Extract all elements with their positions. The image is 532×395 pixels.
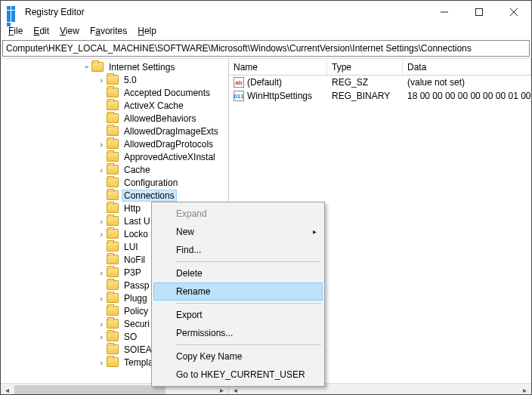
ctx-copy-key-name[interactable]: Copy Key Name (153, 347, 323, 366)
maximize-button[interactable] (462, 1, 496, 23)
tree-item-alloweddragimageexts[interactable]: AllowedDragImageExts (1, 125, 228, 137)
folder-icon (107, 332, 119, 341)
value-type: REG_SZ (327, 77, 403, 88)
ctx-delete[interactable]: Delete (153, 264, 323, 282)
tree-item-label: SO (122, 331, 139, 343)
folder-icon (107, 177, 119, 187)
scroll-right-icon[interactable]: ▸ (518, 384, 531, 396)
column-header-name[interactable]: Name (229, 59, 327, 75)
close-button[interactable] (496, 1, 531, 23)
tree-item-cache[interactable]: Cache (1, 163, 228, 176)
tree-item-allowedbehaviors[interactable]: AllowedBehaviors (1, 112, 228, 125)
scroll-left-icon[interactable]: ◂ (1, 384, 14, 396)
folder-icon (107, 306, 119, 316)
tree-item-label: Connections (122, 190, 177, 202)
folder-icon (107, 216, 119, 226)
expander-icon[interactable] (96, 230, 107, 239)
tree-item-alloweddragprotocols[interactable]: AllowedDragProtocols (1, 137, 228, 150)
expander-icon[interactable] (96, 165, 107, 174)
expander-icon[interactable] (81, 62, 91, 72)
tree-item-internet-settings[interactable]: Internet Settings (1, 60, 228, 73)
folder-icon (107, 113, 119, 123)
menu-help[interactable]: Help (133, 24, 161, 38)
menu-view[interactable]: View (55, 24, 84, 38)
folder-icon (107, 267, 119, 277)
folder-icon (107, 126, 119, 136)
value-name: WinHttpSettings (247, 91, 312, 101)
scroll-thumb[interactable] (14, 385, 165, 395)
tree-item-label: Internet Settings (107, 61, 177, 73)
tree-item-label: Last U (122, 215, 153, 227)
ctx-expand[interactable]: Expand (153, 205, 323, 223)
tree-item-label: ActiveX Cache (122, 100, 186, 112)
ctx-copy-key-name-label: Copy Key Name (176, 351, 242, 362)
tree-item-approvedactivexinstal[interactable]: ApprovedActiveXInstal (1, 150, 228, 163)
ctx-expand-label: Expand (176, 208, 207, 219)
ctx-new[interactable]: New▸ (153, 223, 323, 241)
ctx-permissions-label: Permissions... (176, 328, 233, 338)
expander-icon[interactable] (96, 140, 107, 149)
expander-icon[interactable] (96, 332, 107, 341)
tree-item-label: AllowedDragProtocols (122, 138, 215, 150)
value-row[interactable]: 011WinHttpSettingsREG_BINARY18 00 00 00 … (229, 89, 531, 103)
tree-item-label: Accepted Documents (122, 87, 212, 99)
folder-icon (107, 229, 119, 239)
tree-item-label: Policy (122, 305, 150, 317)
ctx-rename[interactable]: Rename (153, 282, 323, 301)
ctx-permissions[interactable]: Permissions... (153, 324, 323, 342)
ctx-separator (176, 303, 321, 304)
ctx-goto-hkcu[interactable]: Go to HKEY_CURRENT_USER (153, 366, 323, 384)
menu-file[interactable]: File (4, 24, 27, 38)
folder-icon (107, 280, 119, 290)
menu-edit[interactable]: Edit (29, 24, 54, 38)
expander-icon[interactable] (96, 76, 107, 85)
address-bar[interactable]: Computer\HKEY_LOCAL_MACHINE\SOFTWARE\Mic… (2, 40, 530, 57)
expander-icon[interactable] (96, 358, 107, 367)
menu-favorites[interactable]: Favorites (85, 24, 131, 38)
expander-icon[interactable] (96, 319, 107, 329)
minimize-button[interactable] (427, 1, 462, 23)
folder-icon (107, 357, 119, 367)
submenu-arrow-icon: ▸ (313, 227, 317, 236)
ctx-find[interactable]: Find... (153, 241, 323, 259)
value-row[interactable]: ab(Default)REG_SZ(value not set) (229, 76, 531, 89)
tree-item-label: AllowedBehaviors (122, 113, 198, 125)
tree-item-5-0[interactable]: 5.0 (1, 73, 228, 86)
tree-item-connections[interactable]: Connections (1, 189, 228, 202)
binary-value-icon: 011 (234, 91, 244, 101)
tree-item-label: NoFil (122, 254, 147, 266)
tree-item-activex-cache[interactable]: ActiveX Cache (1, 99, 228, 112)
expander-icon[interactable] (96, 268, 107, 277)
ctx-export[interactable]: Export (153, 306, 323, 324)
tree-item-label: Configuration (122, 177, 180, 189)
tree-item-label: Cache (122, 164, 153, 176)
ctx-delete-label: Delete (176, 268, 203, 279)
expander-icon[interactable] (96, 294, 107, 303)
menu-bar: File Edit View Favorites Help (1, 23, 531, 39)
column-header-type[interactable]: Type (327, 59, 403, 75)
tree-item-label: Http (122, 202, 143, 214)
tree-item-label: Passp (122, 279, 151, 292)
values-header: Name Type Data (229, 59, 531, 76)
expander-icon[interactable] (96, 217, 107, 226)
ctx-rename-label: Rename (176, 286, 210, 297)
context-menu: Expand New▸ Find... Delete Rename Export… (151, 202, 325, 387)
column-header-data[interactable]: Data (403, 59, 531, 75)
string-value-icon: ab (234, 77, 244, 88)
tree-item-label: Plugg (122, 292, 150, 304)
folder-icon (91, 62, 104, 72)
value-type: REG_BINARY (327, 91, 403, 101)
tree-item-configuration[interactable]: Configuration (1, 176, 228, 189)
folder-icon (107, 319, 119, 329)
folder-icon (107, 293, 119, 303)
folder-icon (107, 75, 119, 85)
app-icon (7, 6, 19, 18)
tree-item-label: Securi (122, 318, 152, 330)
tree-item-label: ApprovedActiveXInstal (122, 151, 218, 163)
ctx-new-label: New (176, 227, 194, 237)
value-name: (Default) (247, 77, 282, 88)
folder-icon (107, 255, 119, 264)
folder-icon (107, 344, 119, 354)
folder-icon (107, 152, 119, 162)
tree-item-accepted-documents[interactable]: Accepted Documents (1, 86, 228, 99)
